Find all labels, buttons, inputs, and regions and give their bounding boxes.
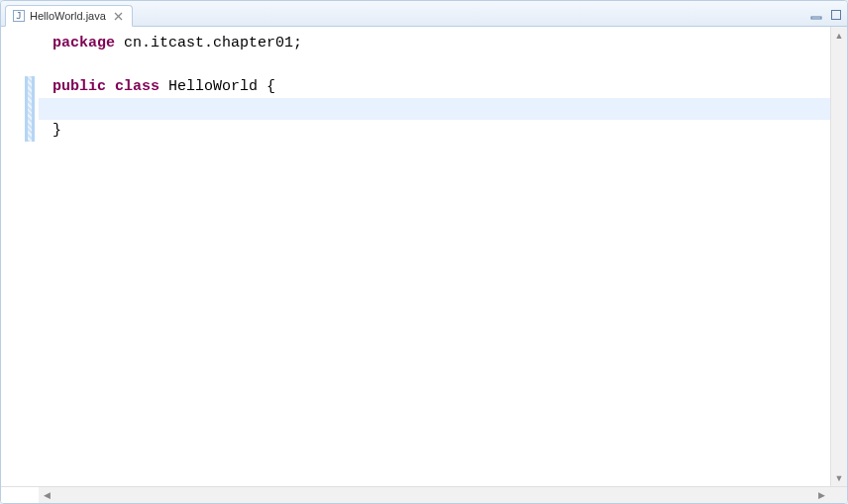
code-area[interactable]: package cn.itcast.chapter01;public class… (39, 27, 830, 486)
code-line[interactable] (39, 98, 830, 120)
minimize-icon[interactable] (809, 8, 823, 22)
svg-rect-5 (832, 11, 841, 20)
horizontal-scrollbar-row: ◀ ▶ (1, 486, 847, 503)
text-token: } (53, 120, 61, 142)
scrollbar-corner (830, 487, 847, 503)
svg-rect-4 (811, 17, 821, 19)
tab-filename: HelloWorld.java (30, 10, 106, 22)
titlebar: J HelloWorld.java (1, 1, 847, 27)
scroll-left-arrow-icon[interactable]: ◀ (39, 487, 55, 504)
close-tab-icon[interactable] (114, 11, 124, 21)
gutter[interactable] (1, 27, 39, 486)
keyword-token: public (53, 76, 106, 98)
vertical-scrollbar[interactable]: ▲ ▼ (830, 27, 847, 486)
scroll-right-arrow-icon[interactable]: ▶ (813, 487, 830, 504)
code-line[interactable]: } (39, 120, 830, 142)
code-line[interactable]: public class HelloWorld { (39, 76, 830, 98)
java-file-icon: J (12, 9, 26, 23)
gutter-corner (1, 487, 39, 503)
horizontal-scrollbar[interactable]: ◀ ▶ (39, 487, 830, 503)
editor-window: J HelloWorld.java (0, 0, 848, 504)
text-token (106, 76, 115, 98)
fold-marker[interactable] (25, 76, 35, 142)
svg-text:J: J (16, 11, 21, 21)
scroll-up-arrow-icon[interactable]: ▲ (831, 27, 847, 44)
code-line[interactable]: package cn.itcast.chapter01; (39, 27, 830, 54)
window-controls (809, 8, 843, 26)
text-token: HelloWorld { (159, 76, 275, 98)
scroll-down-arrow-icon[interactable]: ▼ (831, 469, 847, 486)
editor-body: package cn.itcast.chapter01;public class… (1, 27, 847, 486)
file-tab[interactable]: J HelloWorld.java (5, 5, 133, 27)
editor-area: package cn.itcast.chapter01;public class… (1, 27, 847, 503)
keyword-token: package (53, 33, 115, 54)
keyword-token: class (115, 76, 159, 98)
maximize-icon[interactable] (829, 8, 843, 22)
code-line[interactable] (39, 54, 830, 76)
text-token: cn.itcast.chapter01; (115, 33, 302, 54)
